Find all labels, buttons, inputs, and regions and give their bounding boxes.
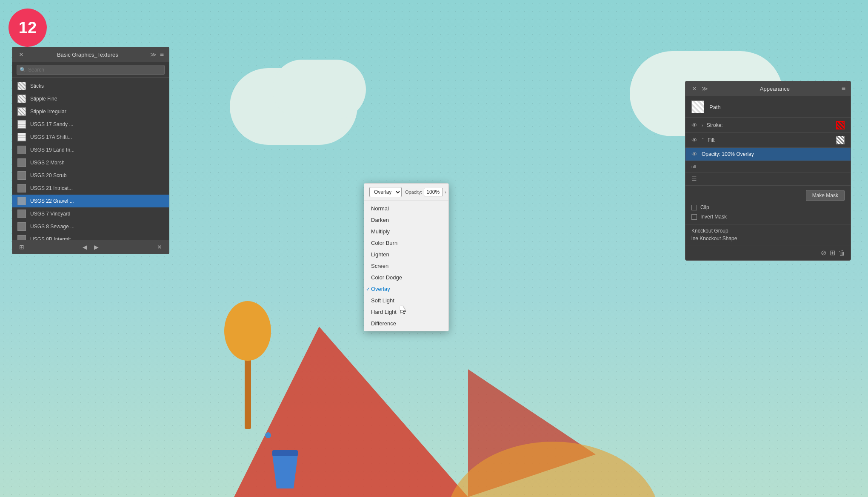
texture-list: SticksStipple FineStipple IrregularUSGS … — [12, 78, 169, 240]
texture-thumbnail — [17, 107, 26, 116]
svg-point-6 — [265, 432, 271, 438]
blend-mode-item[interactable]: Hard Light — [364, 306, 448, 318]
appearance-close-btn[interactable]: ✕ — [691, 85, 698, 92]
texture-item-label: USGS 8 Sewage ... — [30, 224, 74, 230]
invert-mask-row: Invert Mask — [691, 214, 845, 220]
collapse-button[interactable]: ≫ — [150, 51, 157, 58]
clip-label: Clip — [700, 204, 709, 210]
fill-visibility-icon[interactable]: 👁 — [691, 137, 698, 144]
default-text: ult — [691, 164, 697, 169]
stroke-swatch[interactable] — [836, 121, 845, 129]
texture-thumbnail — [17, 171, 26, 180]
appearance-title: Appearance — [760, 86, 790, 92]
texture-list-item[interactable]: Sticks — [12, 80, 169, 92]
step-number: 12 — [19, 19, 37, 37]
next-button[interactable]: ▶ — [92, 243, 100, 251]
invert-mask-checkbox[interactable] — [691, 214, 697, 220]
search-icon: 🔍 — [20, 67, 26, 73]
layers-icon[interactable]: ⊞ — [17, 243, 26, 251]
opacity-row: 👁 Opacity: 100% Overlay — [685, 148, 851, 161]
clip-row: Clip — [691, 204, 845, 210]
texture-item-label: USGS 2 Marsh — [30, 160, 65, 166]
texture-list-item[interactable]: USGS 19 Land In... — [12, 144, 169, 156]
panel-toolbar: ⊞ ◀ ▶ ✕ — [12, 240, 169, 254]
fill-label: Fill: — [708, 137, 833, 143]
search-input[interactable] — [17, 65, 165, 75]
texture-list-item[interactable]: Stipple Fine — [12, 92, 169, 105]
fill-expand-arrow[interactable]: ˅ — [702, 138, 704, 143]
texture-list-item[interactable]: USGS 22 Gravel ... — [12, 195, 169, 207]
blend-mode-item[interactable]: Soft Light — [364, 295, 448, 306]
texture-item-label: USGS 7 Vineyard — [30, 211, 71, 217]
texture-thumbnail — [17, 222, 26, 231]
left-panel: ✕ Basic Graphics_Textures ≫ ≡ 🔍 SticksSt… — [12, 47, 169, 254]
blend-mode-item[interactable]: Screen — [364, 260, 448, 272]
blend-mode-item[interactable]: Multiply — [364, 226, 448, 237]
trash-icon[interactable]: 🗑 — [839, 249, 845, 257]
appearance-menu-btn[interactable]: ≡ — [842, 85, 845, 92]
texture-item-label: USGS 20 Scrub — [30, 172, 66, 178]
no-entry-icon[interactable]: ⊘ — [821, 249, 826, 257]
texture-list-item[interactable]: USGS 8 Sewage ... — [12, 220, 169, 233]
blend-mode-item[interactable]: Normal — [364, 203, 448, 214]
texture-item-label: USGS 8B Intermit... — [30, 236, 75, 240]
texture-list-item[interactable]: USGS 2 Marsh — [12, 156, 169, 169]
panel-title: Basic Graphics_Textures — [25, 52, 150, 58]
blend-mode-dropdown: Overlay Opacity: › NormalDarkenMultiplyC… — [364, 183, 449, 331]
texture-list-item[interactable]: USGS 7 Vineyard — [12, 207, 169, 220]
path-row: Path — [685, 96, 851, 118]
step-badge: 12 — [9, 9, 47, 47]
svg-rect-3 — [272, 450, 298, 456]
make-mask-section: Make Mask Clip Invert Mask — [685, 186, 851, 224]
opacity-visibility-icon[interactable]: 👁 — [691, 151, 698, 158]
texture-list-item[interactable]: USGS 21 Intricat... — [12, 182, 169, 195]
appearance-collapse-btn[interactable]: ≫ — [702, 85, 708, 92]
add-icon[interactable]: ⊞ — [830, 249, 835, 257]
opacity-input[interactable] — [424, 188, 443, 196]
list-icon: ☰ — [691, 175, 697, 182]
texture-item-label: USGS 22 Gravel ... — [30, 198, 74, 204]
blend-mode-item[interactable]: Lighten — [364, 249, 448, 260]
appearance-header: ✕ ≫ Appearance ≡ — [685, 81, 851, 96]
texture-thumbnail — [17, 120, 26, 129]
texture-list-item[interactable]: USGS 17 Sandy ... — [12, 118, 169, 131]
texture-thumbnail — [17, 184, 26, 192]
blend-mode-item[interactable]: ✓Overlay — [364, 283, 448, 295]
texture-item-label: Stipple Fine — [30, 96, 57, 102]
opacity-text: Opacity: 100% Overlay — [702, 151, 754, 157]
blend-mode-item[interactable]: Darken — [364, 214, 448, 226]
delete-button[interactable]: ✕ — [155, 243, 164, 251]
texture-item-label: USGS 17 Sandy ... — [30, 121, 73, 127]
knockout-group-label: Knockout Group — [691, 228, 845, 234]
panel-titlebar: ✕ Basic Graphics_Textures ≫ ≡ — [12, 47, 169, 62]
texture-item-label: Stipple Irregular — [30, 109, 66, 115]
blend-mode-item[interactable]: Color Burn — [364, 237, 448, 249]
texture-list-item[interactable]: Stipple Irregular — [12, 105, 169, 118]
make-mask-button[interactable]: Make Mask — [806, 190, 845, 201]
stroke-expand-arrow[interactable]: › — [702, 123, 703, 128]
texture-thumbnail — [17, 210, 26, 218]
texture-list-item[interactable]: USGS 20 Scrub — [12, 169, 169, 182]
define-knockout-label: ine Knockout Shape — [691, 236, 845, 241]
texture-list-item[interactable]: USGS 17A Shifti... — [12, 131, 169, 144]
texture-thumbnail — [17, 133, 26, 141]
blend-mode-item[interactable]: Difference — [364, 318, 448, 329]
texture-list-item[interactable]: USGS 8B Intermit... — [12, 233, 169, 240]
texture-thumbnail — [17, 158, 26, 167]
search-section: 🔍 — [12, 62, 169, 78]
clip-checkbox[interactable] — [691, 205, 697, 210]
path-label: Path — [709, 104, 721, 110]
texture-thumbnail — [17, 95, 26, 103]
fill-row: 👁 ˅ Fill: — [685, 133, 851, 148]
prev-button[interactable]: ◀ — [81, 243, 89, 251]
fill-swatch[interactable] — [836, 136, 845, 144]
menu-button[interactable]: ≡ — [160, 51, 164, 58]
expand-arrow[interactable]: › — [445, 190, 446, 195]
opacity-label: Opacity: — [405, 190, 422, 195]
texture-thumbnail — [17, 82, 26, 90]
blend-mode-item[interactable]: Color Dodge — [364, 272, 448, 283]
close-button[interactable]: ✕ — [17, 51, 25, 58]
stroke-visibility-icon[interactable]: 👁 — [691, 122, 698, 129]
blend-select[interactable]: Overlay — [369, 187, 402, 197]
default-row: ult — [685, 161, 851, 172]
